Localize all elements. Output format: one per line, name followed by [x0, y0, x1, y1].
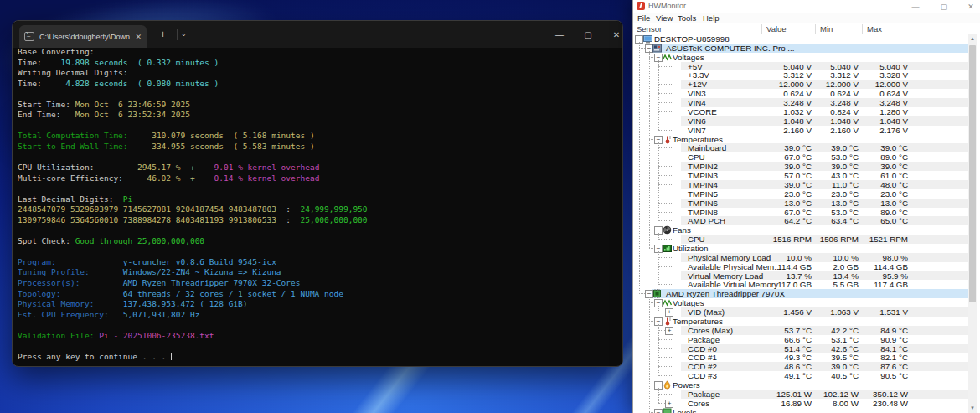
menu-help[interactable]: Help	[703, 13, 720, 23]
terminal-tab[interactable]: C:\Users\ddougherty\Downlo ✕	[19, 25, 147, 48]
sensor-row[interactable]: CCD #149.3 °C39.5 °C82.1 °C	[633, 353, 980, 362]
column-divider[interactable]	[862, 24, 863, 34]
column-divider[interactable]	[815, 24, 816, 34]
command-prompt-icon	[24, 32, 34, 41]
value-cell: 2.160 V	[759, 126, 812, 135]
terminal-titlebar[interactable]: C:\Users\ddougherty\Downlo ✕ + ⌄ — ▢ ✕	[13, 21, 622, 48]
sensor-row[interactable]: VIN43.248 V3.248 V3.248 V	[633, 98, 980, 107]
root-row[interactable]: −DESKTOP-U859998	[633, 34, 980, 44]
column-header-value[interactable]: Value	[766, 24, 787, 34]
tab-close-icon[interactable]: ✕	[135, 33, 142, 41]
sensor-row[interactable]: TMPIN439.0 °C11.0 °C48.0 °C	[633, 180, 980, 189]
terminal-window[interactable]: C:\Users\ddougherty\Downlo ✕ + ⌄ — ▢ ✕ B…	[12, 20, 623, 367]
sensor-row[interactable]: VIN61.048 V1.048 V1.048 V	[633, 116, 980, 126]
tab-dropdown-button[interactable]: ⌄	[181, 30, 187, 38]
sensor-row[interactable]: +Cores16.89 W8.00 W230.48 W	[633, 399, 980, 408]
column-divider[interactable]	[910, 24, 910, 34]
vertical-scrollbar[interactable]: ▲ ▼	[968, 34, 977, 413]
section-row[interactable]: −Levels	[633, 408, 980, 413]
expand-toggle[interactable]: +	[665, 327, 673, 335]
sensor-row[interactable]: Package66.6 °C53.1 °C90.9 °C	[633, 335, 980, 344]
expand-toggle[interactable]: +	[665, 308, 673, 317]
min-cell: 1.063 V	[816, 307, 859, 317]
device-row[interactable]: −AMD Ryzen Threadripper 7970X	[633, 289, 980, 298]
sensor-row[interactable]: +5V5.040 V5.040 V5.040 V	[633, 62, 980, 71]
close-button[interactable]: ✕	[602, 21, 631, 48]
maximize-button[interactable]: ▢	[935, 0, 953, 13]
tree-branch-line	[658, 147, 672, 148]
tree-branch-line	[658, 111, 672, 112]
sensor-row[interactable]: TMPIN613.0 °C13.0 °C13.0 °C	[633, 199, 980, 208]
sensor-row[interactable]: CPU67.0 °C53.0 °C89.0 °C	[633, 152, 980, 162]
scroll-down-icon[interactable]: ▼	[968, 404, 977, 413]
sensor-row[interactable]: +3.3V3.312 V3.312 V3.328 V	[633, 70, 980, 80]
column-header-min[interactable]: Min	[820, 24, 833, 34]
sensor-row[interactable]: CCD #349.1 °C40.5 °C90.5 °C	[633, 371, 980, 380]
section-row[interactable]: −Temperatures	[633, 317, 980, 326]
sensor-label: Temperatures	[673, 135, 723, 144]
sensor-row[interactable]: CCD #051.4 °C42.6 °C84.1 °C	[633, 344, 980, 354]
sensor-row[interactable]: +Cores (Max)53.7 °C42.2 °C84.9 °C	[633, 326, 980, 335]
terminal-line: Start-to-End Wall Time: 334.955 seconds …	[18, 142, 621, 152]
min-cell: 5.040 V	[816, 62, 859, 71]
sensor-row[interactable]: TMPIN523.0 °C23.0 °C23.0 °C	[633, 189, 980, 199]
sensor-label: +12V	[688, 80, 707, 89]
sensor-row[interactable]: +VID (Max)1.456 V1.063 V1.531 V	[633, 307, 980, 317]
sensor-row[interactable]: VIN72.160 V2.160 V2.176 V	[633, 126, 980, 135]
sensor-row[interactable]: Mainboard39.0 °C39.0 °C39.0 °C	[633, 143, 980, 152]
terminal-content[interactable]: Base Converting:Time: 19.898 seconds ( 0…	[18, 47, 621, 364]
scroll-up-icon[interactable]: ▲	[968, 34, 977, 44]
new-tab-button[interactable]: +	[160, 28, 166, 40]
section-row[interactable]: −Voltages	[633, 298, 980, 307]
sensor-tree: −DESKTOP-U859998−ASUSTeK COMPUTER INC. P…	[633, 34, 980, 413]
sensor-row[interactable]: TMPIN867.0 °C53.0 °C89.0 °C	[633, 208, 980, 217]
sensor-row[interactable]: VCORE1.032 V0.824 V1.280 V	[633, 107, 980, 116]
menu-file[interactable]: File	[637, 13, 650, 23]
section-row[interactable]: −Powers	[633, 380, 980, 390]
hwmonitor-window[interactable]: HWMonitor — ▢ ✕ File View Tools Help Sen…	[632, 0, 980, 413]
minimize-button[interactable]: —	[906, 0, 925, 13]
terminal-line	[18, 183, 621, 194]
menu-view[interactable]: View	[656, 13, 673, 23]
column-divider[interactable]	[761, 24, 762, 34]
tree-spine-line	[649, 297, 650, 412]
sensor-row[interactable]: Available Physical Mem...114.4 GB2.0 GB1…	[633, 262, 980, 271]
sensor-label: AMD Ryzen Threadripper 7970X	[666, 289, 785, 298]
sensor-row[interactable]: Package125.01 W102.12 W350.12 W	[633, 390, 980, 399]
sensor-row[interactable]: Virtual Memory Load13.7 %13.4 %95.9 %	[633, 271, 980, 281]
section-row[interactable]: −Fans	[633, 225, 980, 235]
section-row[interactable]: −Voltages	[633, 53, 980, 62]
sensor-row[interactable]: VIN30.624 V0.624 V0.624 V	[633, 89, 980, 98]
sensor-label: VIN7	[688, 126, 706, 135]
max-cell: 39.0 °C	[863, 162, 908, 171]
sensor-row[interactable]: CPU1516 RPM1506 RPM1521 RPM	[633, 235, 980, 244]
sensor-row[interactable]: TMPIN239.0 °C39.0 °C39.0 °C	[633, 162, 980, 171]
value-cell: 12.000 V	[759, 80, 812, 89]
max-cell: 1.531 V	[863, 307, 908, 317]
maximize-button[interactable]: ▢	[574, 21, 602, 48]
hwmonitor-titlebar[interactable]: HWMonitor — ▢ ✕	[633, 0, 980, 13]
sensor-row[interactable]: CCD #248.6 °C39.0 °C87.6 °C	[633, 362, 980, 371]
expand-toggle[interactable]: +	[665, 400, 673, 408]
tree-branch-line	[658, 175, 672, 176]
section-row[interactable]: −Utilization	[633, 244, 980, 253]
sensor-row[interactable]: AMD PCH64.2 °C63.4 °C65.0 °C	[633, 216, 980, 225]
column-header-sensor[interactable]: Sensor	[637, 24, 662, 34]
scrollbar-thumb[interactable]	[969, 45, 976, 302]
device-row[interactable]: −ASUSTeK COMPUTER INC. Pro ...	[633, 44, 980, 53]
column-header-max[interactable]: Max	[867, 24, 882, 34]
power-icon	[663, 380, 672, 390]
terminal-line	[18, 152, 621, 163]
sensor-row[interactable]: +12V12.000 V12.000 V12.000 V	[633, 80, 980, 89]
expand-toggle[interactable]: −	[654, 409, 663, 413]
close-button[interactable]: ✕	[962, 0, 980, 13]
sensor-row[interactable]: Physical Memory Load10.0 %10.0 %98.0 %	[633, 253, 980, 262]
menu-tools[interactable]: Tools	[678, 13, 696, 23]
section-row[interactable]: −Temperatures	[633, 135, 980, 144]
terminal-line	[18, 225, 621, 236]
sensor-row[interactable]: Available Virtual Memory117.0 GB5.5 GB11…	[633, 280, 980, 289]
minimize-button[interactable]: —	[545, 21, 574, 48]
sensor-row[interactable]: TMPIN357.0 °C43.0 °C61.0 °C	[633, 171, 980, 180]
tree-branch-line	[658, 166, 672, 167]
tree-branch-line	[658, 212, 672, 213]
